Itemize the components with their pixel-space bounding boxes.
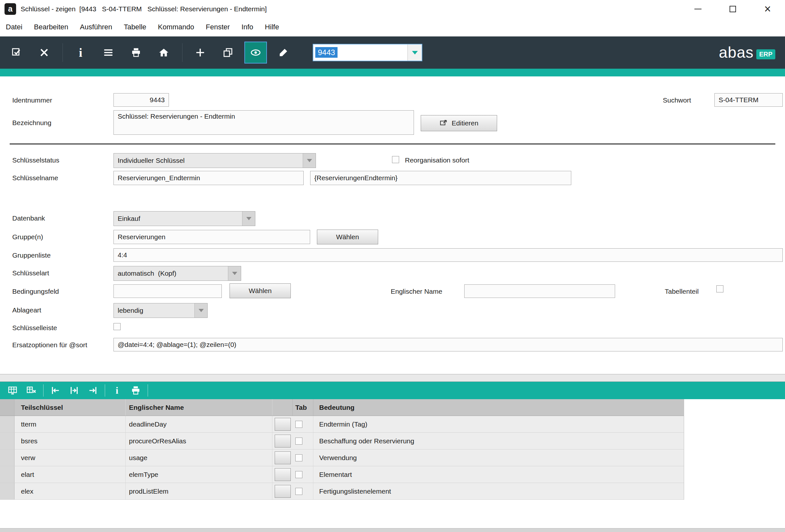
scroll-last-button[interactable] [83,383,102,398]
form-area: Identnummer 9443 Suchwort S-04-TTERM Bez… [0,76,785,374]
ersatzoptionen-label: Ersatzoptionen für @sort [12,341,87,349]
menu-bearbeiten[interactable]: Bearbeiten [34,23,68,31]
print-icon [131,47,142,58]
print-button[interactable] [125,42,147,64]
edit-button[interactable] [272,42,295,64]
table-row[interactable]: tterm deadlineDay Endtermin (Tag) [0,416,684,433]
ident-combobox[interactable]: 9443 [313,44,422,61]
close-button[interactable]: × [750,0,785,18]
menu-datei[interactable]: Datei [6,23,22,31]
row-selector[interactable] [0,433,15,449]
bedingungsfeld-field[interactable] [113,284,222,298]
tab-checkbox[interactable] [295,471,302,478]
editieren-button[interactable]: Editieren [421,115,497,131]
ablageart-dropdown-button[interactable] [195,303,207,318]
table-toolbar-separator [148,384,148,397]
menu-info[interactable]: Info [242,23,253,31]
table-row[interactable]: bsres procureOrResAlias Beschaffung oder… [0,433,684,450]
editieren-button-label: Editieren [452,119,478,127]
reorganisation-checkbox[interactable] [392,156,399,163]
info-button[interactable]: i [69,42,92,64]
teilschluessel-cell: tterm [15,416,126,432]
bottom-scrollbar[interactable] [0,528,785,532]
schluesselstatus-dropdown-button[interactable] [303,153,315,168]
ersatzoptionen-field[interactable]: @datei=4:4; @ablage=(1); @zeilen=(0) [113,338,783,351]
row-selector[interactable] [0,416,15,432]
home-button[interactable] [152,42,175,64]
ident-combobox-dropdown-button[interactable] [407,45,422,60]
header-tab: Tab [293,399,313,415]
bedeutung-cell: Elementart [313,466,684,483]
table-toolbar-separator [105,384,105,397]
bezeichnung-field[interactable]: Schlüssel: Reservierungen - Endtermin [113,110,414,135]
info-icon: i [79,46,82,59]
table-info-button[interactable]: i [108,383,126,398]
row-selector[interactable] [0,483,15,500]
maximize-button[interactable] [715,0,750,18]
gruppen-field[interactable]: Reservierungen [113,230,310,244]
table-print-button[interactable] [126,383,145,398]
row-detail-button[interactable] [275,451,291,464]
menu-tabelle[interactable]: Tabelle [124,23,146,31]
datenbank-value: Einkauf [114,215,242,223]
delete-row-icon [26,385,36,396]
table-row[interactable]: elex prodListElem Fertigungslistenelemen… [0,483,684,500]
ablageart-dropdown[interactable]: lebendig [113,303,208,318]
row-selector[interactable] [0,450,15,466]
menu-kommando[interactable]: Kommando [158,23,195,31]
bedingungsfeld-waehlen-button[interactable]: Wählen [230,283,291,298]
list-button[interactable] [97,42,120,64]
row-detail-button[interactable] [275,435,291,448]
splitter[interactable] [0,374,785,382]
menu-ausfuehren[interactable]: Ausführen [80,23,112,31]
copy-button[interactable] [217,42,239,64]
bedingungsfeld-waehlen-label: Wählen [249,287,272,295]
schluesselname-alias-field[interactable]: {ReservierungenEndtermin} [310,171,571,185]
view-button[interactable] [244,42,267,64]
datenbank-dropdown-button[interactable] [242,211,255,226]
bedeutung-cell: Verwendung [313,450,684,466]
scroll-first-button[interactable] [46,383,65,398]
tab-checkbox[interactable] [295,421,302,428]
teilschluessel-cell: elex [15,483,126,500]
schluesselstatus-dropdown[interactable]: Individueller Schlüssel [113,153,316,168]
insert-row-button[interactable] [3,383,22,398]
tabellenteil-checkbox[interactable] [716,285,724,293]
tab-checkbox[interactable] [295,454,302,461]
minimize-button[interactable] [681,0,715,18]
englischer-name-field[interactable] [464,284,615,298]
identnummer-field[interactable]: 9443 [113,93,169,107]
tab-checkbox[interactable] [295,488,302,495]
row-selector[interactable] [0,466,15,483]
header-selector-cell [0,399,15,415]
schluesselart-dropdown[interactable]: automatisch (Kopf) [113,266,241,281]
row-detail-button[interactable] [275,418,291,431]
tab-checkbox[interactable] [295,437,302,445]
save-button[interactable] [5,42,28,64]
tabellenteil-label: Tabellenteil [665,287,699,295]
schluesselname-field[interactable]: Reservierungen_Endtermin [113,171,304,185]
bedingungsfeld-label: Bedingungsfeld [12,287,59,295]
datenbank-dropdown[interactable]: Einkauf [113,211,255,226]
table-row[interactable]: verw usage Verwendung [0,450,684,466]
menu-fenster[interactable]: Fenster [206,23,230,31]
table-row[interactable]: elart elemType Elementart [0,466,684,483]
delete-row-button[interactable] [22,383,41,398]
ablageart-value: lebendig [114,307,195,314]
schluesselleiste-checkbox[interactable] [113,323,121,330]
ident-combobox-value: 9443 [315,47,337,58]
englischer-name-cell: elemType [126,466,272,483]
row-detail-button[interactable] [275,485,291,498]
cancel-button[interactable] [33,42,55,64]
suchwort-field[interactable]: S-04-TTERM [714,93,783,107]
brand-name: abas [719,45,754,60]
ablageart-label: Ablageart [12,306,41,314]
toolbar-separator [182,43,182,62]
row-detail-button[interactable] [275,468,291,481]
menu-hilfe[interactable]: Hilfe [265,23,279,31]
schluesselart-dropdown-button[interactable] [228,266,241,280]
new-button[interactable] [189,42,211,64]
gruppen-waehlen-button[interactable]: Wählen [317,230,378,245]
scroll-position-button[interactable] [65,383,83,398]
gruppenliste-field[interactable]: 4:4 [113,248,783,262]
